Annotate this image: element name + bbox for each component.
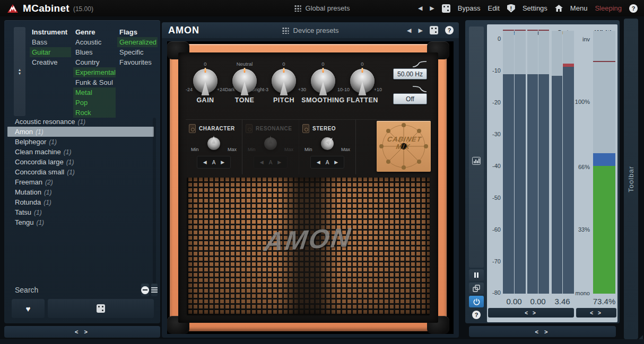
lowpass-button[interactable]: Off: [393, 93, 427, 104]
window-bottom-edge: [0, 339, 644, 344]
preset-tatsu[interactable]: Tatsu(1): [7, 207, 154, 217]
device-presets-button[interactable]: Device presets: [282, 27, 339, 34]
character-knob[interactable]: [207, 137, 220, 150]
help-icon[interactable]: ?: [629, 4, 638, 13]
device-help-icon[interactable]: ?: [445, 26, 454, 34]
device-random-icon[interactable]: [430, 26, 438, 34]
next-preset-button[interactable]: ▶: [430, 5, 434, 12]
width-zoom-scrollbar[interactable]: < >: [576, 308, 616, 317]
search-input[interactable]: [42, 285, 136, 295]
meter-bar-side-r: [538, 31, 549, 294]
meter-panel: ? In Side Out Width 0 -10 -20 -30 -40 -5…: [465, 20, 620, 323]
sleeping-status[interactable]: Sleeping: [595, 4, 622, 12]
filter-acoustic[interactable]: Acoustic: [73, 37, 116, 47]
gain-knob[interactable]: [193, 69, 217, 93]
menu-button[interactable]: Menu: [570, 4, 588, 12]
preset-browser-panel: ▴ ▾ Instrument Bass Guitar Creative Genr…: [4, 20, 160, 323]
meter-collapse-bar[interactable]: < >: [469, 326, 616, 337]
pause-icon: [474, 272, 478, 278]
speaker-grille: AMON: [187, 178, 430, 315]
filter-creative[interactable]: Creative: [30, 57, 71, 67]
dice-icon: [97, 304, 105, 313]
search-menu-button[interactable]: [151, 284, 158, 296]
filter-column-genre: Genre Acoustic Blues Country Experimenta…: [73, 27, 116, 118]
highpass-button[interactable]: 50.00 Hz: [393, 68, 427, 80]
preset-clean-machine[interactable]: Clean machine(1): [7, 147, 154, 157]
heart-icon: ♥: [26, 304, 31, 313]
minus-icon: [141, 286, 149, 294]
cabinet-view: 0 -24+24 GAIN Neutral DarkBright TONE: [167, 41, 454, 334]
character-section: CHARACTER MinMax ◀A▶: [186, 120, 242, 174]
resonance-knob[interactable]: [264, 137, 277, 150]
meter-zoom-scrollbar[interactable]: < >: [488, 308, 574, 317]
filter-metal[interactable]: Metal: [73, 87, 116, 98]
random-preset-icon[interactable]: [442, 4, 450, 13]
preset-concordia-small[interactable]: Concordia small(1): [7, 167, 154, 177]
preset-belphegor[interactable]: Belphegor(1): [7, 137, 154, 147]
favourite-button[interactable]: ♥: [12, 299, 45, 318]
settings-button[interactable]: Settings: [523, 4, 547, 12]
scroll-down-icon[interactable]: ▾: [19, 72, 21, 75]
device-prev-button[interactable]: ◀: [407, 27, 411, 34]
pause-meters-button[interactable]: [469, 269, 484, 281]
amp-control-panel: 0 -24+24 GAIN Neutral DarkBright TONE: [178, 52, 438, 323]
grid-icon: [282, 27, 289, 34]
random-preset-button[interactable]: [48, 299, 154, 318]
toolbar-tab[interactable]: Toolbar: [624, 19, 638, 339]
alert-icon[interactable]: !: [507, 4, 515, 13]
character-selector[interactable]: ◀A▶: [197, 156, 231, 169]
preset-mutation[interactable]: Mutation(1): [7, 187, 154, 197]
cabinet-icon: [246, 124, 253, 133]
filter-specific[interactable]: Specific: [117, 47, 158, 57]
width-green-segment: [593, 166, 615, 294]
preset-list-scrollbar[interactable]: [153, 118, 156, 293]
preset-freeman[interactable]: Freeman(2): [7, 177, 154, 187]
app-version: (15.00): [73, 5, 93, 13]
global-presets-button[interactable]: Global presets: [294, 4, 350, 12]
cabinet-icon: [189, 124, 196, 133]
smoothing-knob-unit: 0 010 SMOOTHING: [303, 61, 343, 116]
windows-icon: [473, 285, 480, 292]
cabinet-mix-pad[interactable]: CABINETMIX: [377, 121, 431, 172]
filter-country[interactable]: Country: [73, 57, 116, 67]
filter-experimental[interactable]: Experimental: [73, 67, 116, 77]
bypass-button[interactable]: Bypass: [458, 4, 481, 12]
browser-collapse-bar[interactable]: < >: [4, 326, 160, 338]
knob-row: 0 -24+24 GAIN Neutral DarkBright TONE: [186, 61, 431, 116]
mcabinet-window: MCabinet (15.00) Global presets ◀ ▶ Bypa…: [0, 0, 644, 344]
smoothing-knob[interactable]: [311, 69, 335, 93]
stereo-selector[interactable]: ◀A▶: [310, 156, 344, 169]
width-blue-segment: [593, 153, 615, 166]
db-label: -20: [480, 99, 501, 105]
amp-cabinet: 0 -24+24 GAIN Neutral DarkBright TONE: [168, 42, 448, 333]
meter-help-button[interactable]: ?: [469, 309, 484, 321]
flatten-knob[interactable]: [350, 69, 375, 93]
filter-pop[interactable]: Pop: [73, 98, 116, 108]
meter-power-button[interactable]: [469, 296, 484, 307]
preset-rotunda[interactable]: Rotunda(1): [7, 197, 154, 207]
filter-funk-soul[interactable]: Funk & Soul: [73, 77, 116, 87]
filter-bass[interactable]: Bass: [30, 37, 71, 47]
toolbar-label: Toolbar: [627, 166, 635, 192]
filter-blues[interactable]: Blues: [73, 47, 116, 57]
flatten-knob-unit: 0 -10+10 FLATTEN: [343, 61, 382, 116]
preset-amon[interactable]: Amon(1): [7, 127, 154, 137]
side-value: 0.00: [530, 297, 545, 306]
edit-button[interactable]: Edit: [488, 4, 499, 12]
clear-search-button[interactable]: [141, 284, 149, 296]
pitch-knob[interactable]: [272, 69, 296, 93]
preset-tengu[interactable]: Tengu(1): [7, 217, 154, 227]
home-icon[interactable]: [555, 5, 563, 12]
filter-scrollbar[interactable]: ▴ ▾: [14, 27, 25, 116]
prev-preset-button[interactable]: ◀: [418, 5, 422, 12]
filter-generalized[interactable]: Generalized: [117, 37, 158, 47]
device-next-button[interactable]: ▶: [419, 27, 423, 34]
resonance-selector[interactable]: ◀A▶: [254, 156, 288, 169]
meter-bar-in-r: [515, 31, 526, 294]
preset-acoustic-resonance[interactable]: Acoustic resonance(1): [7, 117, 154, 127]
filter-guitar[interactable]: Guitar: [30, 47, 71, 57]
tone-knob[interactable]: [232, 69, 257, 93]
preset-concordia-large[interactable]: Concordia large(1): [7, 157, 154, 167]
filter-favourites[interactable]: Favourites: [117, 57, 158, 67]
width-label-inv: inv: [569, 36, 590, 42]
